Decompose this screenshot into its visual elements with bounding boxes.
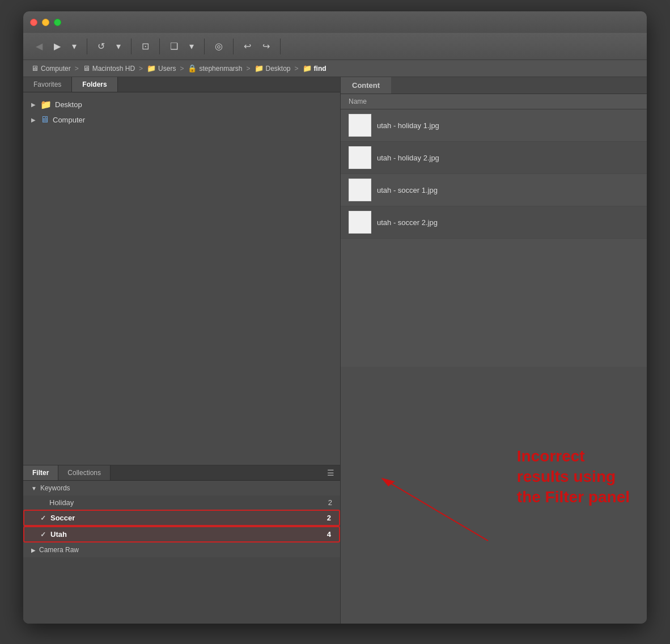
users-icon: 📁 xyxy=(147,64,156,73)
minimize-button[interactable] xyxy=(42,19,49,26)
forward-button[interactable]: ▶ xyxy=(50,39,64,54)
copy-dropdown-button[interactable]: ▾ xyxy=(186,39,197,54)
right-panel: Content Name utah - holiday 1.jpg utah -… xyxy=(341,77,647,624)
toolbar-separator-5 xyxy=(233,39,234,54)
redo-button[interactable]: ↪ xyxy=(259,39,273,54)
breadcrumb-sep-5: > xyxy=(295,65,299,73)
keywords-section-header[interactable]: ▼ Keywords xyxy=(23,481,340,495)
hd-icon: 🖥 xyxy=(83,64,90,73)
toolbar-separator-6 xyxy=(280,39,281,54)
filter-utah-label: Utah xyxy=(50,530,67,539)
file-name-2: utah - soccer 1.jpg xyxy=(377,186,438,194)
chevron-computer-icon: ▶ xyxy=(31,117,37,123)
toolbar: ◀ ▶ ▾ ↺ ▾ ⊡ ❑ ▾ ◎ ↩ ↪ xyxy=(23,33,647,60)
file-row-2[interactable]: utah - soccer 1.jpg xyxy=(341,174,647,206)
tab-favorites[interactable]: Favorites xyxy=(23,77,72,92)
filter-options-icon[interactable]: ☰ xyxy=(321,468,340,477)
folder-tree: ▶ 📁 Desktop ▶ 🖥 Computer xyxy=(23,92,340,465)
soccer-check-icon: ✓ xyxy=(40,514,48,522)
breadcrumb-hd[interactable]: 🖥 Macintosh HD xyxy=(83,64,135,73)
breadcrumb-sep-3: > xyxy=(180,65,184,73)
tree-item-desktop[interactable]: ▶ 📁 Desktop xyxy=(23,97,340,112)
file-name-3: utah - soccer 2.jpg xyxy=(377,218,438,227)
cameraraw-section-label: Camera Raw xyxy=(39,546,79,554)
filter-row-holiday[interactable]: Holiday 2 xyxy=(23,495,340,510)
breadcrumb-computer-label: Computer xyxy=(41,65,71,73)
filter-row-utah[interactable]: ✓ Utah 4 xyxy=(23,526,340,543)
toolbar-separator-4 xyxy=(204,39,205,54)
filter-holiday-label: Holiday xyxy=(49,498,74,507)
breadcrumb-sep-1: > xyxy=(75,65,79,73)
file-row-3[interactable]: utah - soccer 2.jpg xyxy=(341,206,647,239)
close-button[interactable] xyxy=(30,19,37,26)
dropdown2-button[interactable]: ▾ xyxy=(113,39,124,54)
file-row-1[interactable]: utah - holiday 2.jpg xyxy=(341,142,647,174)
copy-button[interactable]: ❑ xyxy=(167,39,181,54)
keywords-chevron-icon: ▼ xyxy=(31,485,37,492)
file-row-0[interactable]: utah - holiday 1.jpg xyxy=(341,109,647,142)
breadcrumb: 🖥 Computer > 🖥 Macintosh HD > 📁 Users > … xyxy=(23,60,647,77)
filter-panel: Filter Collections ☰ ▼ Keywords xyxy=(23,465,340,624)
history-button[interactable]: ↺ xyxy=(94,39,108,54)
filter-content: ▼ Keywords Holiday 2 ✓ Soccer 2 xyxy=(23,481,340,624)
back-button[interactable]: ◀ xyxy=(32,39,46,54)
maximize-button[interactable] xyxy=(54,19,61,26)
utah-check-icon: ✓ xyxy=(40,531,48,539)
file-thumb-3 xyxy=(349,211,371,234)
keywords-section-label: Keywords xyxy=(40,484,70,492)
chevron-desktop-icon: ▶ xyxy=(31,101,37,108)
file-thumb-2 xyxy=(349,179,371,201)
breadcrumb-sep-2: > xyxy=(139,65,143,73)
tab-content[interactable]: Content xyxy=(341,77,391,94)
tab-folders[interactable]: Folders xyxy=(72,77,117,92)
filter-row-soccer[interactable]: ✓ Soccer 2 xyxy=(23,510,340,526)
file-name-1: utah - holiday 2.jpg xyxy=(377,154,439,162)
file-thumb-0 xyxy=(349,114,371,137)
cameraraw-section-header[interactable]: ▶ Camera Raw xyxy=(23,543,340,557)
app-window: ◀ ▶ ▾ ↺ ▾ ⊡ ❑ ▾ ◎ ↩ ↪ 🖥 Computer > 🖥 Mac… xyxy=(23,11,647,624)
breadcrumb-find-label: find xyxy=(314,65,326,73)
toolbar-separator-1 xyxy=(87,39,87,54)
breadcrumb-hd-label: Macintosh HD xyxy=(92,65,135,73)
content-header: Name xyxy=(341,94,647,109)
tree-item-computer[interactable]: ▶ 🖥 Computer xyxy=(23,112,340,127)
svg-line-1 xyxy=(392,484,488,540)
main-area: Favorites Folders ▶ 📁 Desktop ▶ 🖥 Comput… xyxy=(23,77,647,624)
content-tabs: Content xyxy=(341,77,647,94)
breadcrumb-user[interactable]: 🔒 stephenmarsh xyxy=(188,64,242,73)
cameraraw-chevron-icon: ▶ xyxy=(31,547,36,553)
tab-filter[interactable]: Filter xyxy=(23,465,58,480)
desktop-folder-icon: 📁 xyxy=(40,99,52,110)
desktop-icon: 📁 xyxy=(255,64,264,73)
file-list: utah - holiday 1.jpg utah - holiday 2.jp… xyxy=(341,109,647,367)
annotation-area: Incorrectresults usingthe Filter panel xyxy=(341,367,647,624)
dropdown-button[interactable]: ▾ xyxy=(69,39,80,54)
breadcrumb-computer[interactable]: 🖥 Computer xyxy=(31,64,71,73)
titlebar xyxy=(23,11,647,33)
breadcrumb-desktop-label: Desktop xyxy=(266,65,291,73)
undo-button[interactable]: ↩ xyxy=(240,39,255,54)
left-panel: Favorites Folders ▶ 📁 Desktop ▶ 🖥 Comput… xyxy=(23,77,341,624)
breadcrumb-user-label: stephenmarsh xyxy=(199,65,242,73)
computer-icon: 🖥 xyxy=(31,64,39,73)
capture-button[interactable]: ⊡ xyxy=(138,39,152,54)
user-icon: 🔒 xyxy=(188,64,197,73)
file-thumb-1 xyxy=(349,146,371,169)
computer-folder-icon: 🖥 xyxy=(40,115,49,125)
column-name-label: Name xyxy=(349,98,367,105)
tree-computer-label: Computer xyxy=(53,116,85,124)
globe-button[interactable]: ◎ xyxy=(211,39,226,54)
breadcrumb-users[interactable]: 📁 Users xyxy=(147,64,176,73)
toolbar-separator-3 xyxy=(159,39,160,54)
tab-collections[interactable]: Collections xyxy=(58,465,111,480)
find-icon: 📁 xyxy=(303,64,312,73)
filter-soccer-count: 2 xyxy=(327,514,331,522)
annotation-text: Incorrectresults usingthe Filter panel xyxy=(517,446,630,508)
filter-utah-count: 4 xyxy=(327,530,331,539)
file-name-0: utah - holiday 1.jpg xyxy=(377,121,439,130)
breadcrumb-find[interactable]: 📁 find xyxy=(303,64,326,73)
breadcrumb-users-label: Users xyxy=(158,65,176,73)
breadcrumb-desktop[interactable]: 📁 Desktop xyxy=(255,64,291,73)
toolbar-separator-2 xyxy=(131,39,132,54)
panel-tabs: Favorites Folders xyxy=(23,77,340,92)
